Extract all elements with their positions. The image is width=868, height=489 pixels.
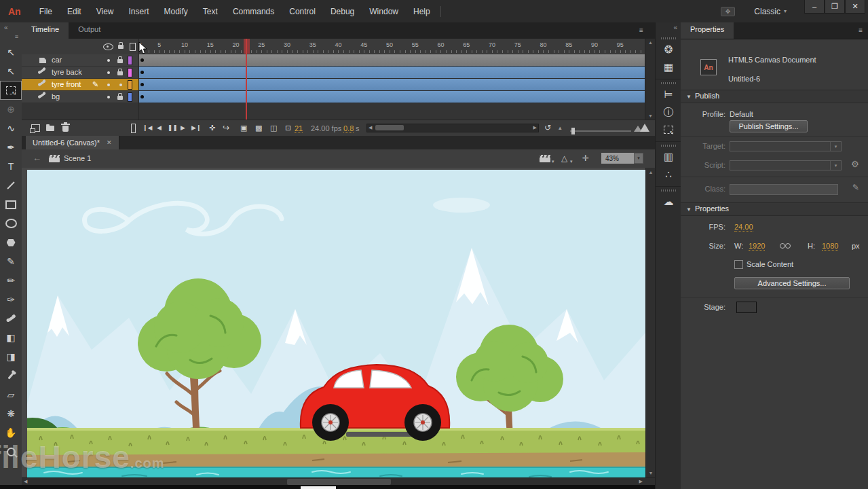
- layer-tyre-front[interactable]: tyre front✎: [22, 79, 138, 91]
- publish-section-header[interactable]: ▼Publish: [681, 90, 868, 103]
- zoom-level-field[interactable]: 43%: [601, 153, 638, 164]
- script-dropdown[interactable]: ▾: [730, 160, 842, 170]
- onion-skin-outlines-icon[interactable]: ▩: [255, 124, 262, 132]
- layer-visibility-dot[interactable]: [107, 59, 110, 62]
- scroll-down-icon[interactable]: ▼: [645, 113, 656, 118]
- timeline-panel-menu-icon[interactable]: ≡: [639, 26, 643, 34]
- frame-span-car[interactable]: [138, 54, 645, 67]
- menu-file[interactable]: File: [32, 7, 60, 16]
- minimize-button[interactable]: –: [804, 0, 825, 14]
- timeline-scroll-right-icon[interactable]: ▶: [533, 125, 537, 130]
- ink-bottle-tool[interactable]: ◨: [0, 347, 22, 366]
- dock-grip[interactable]: [661, 189, 676, 192]
- script-wrench-icon[interactable]: ⚙: [851, 159, 859, 169]
- stage-color-swatch[interactable]: [736, 302, 757, 313]
- oval-tool[interactable]: [0, 214, 22, 233]
- menu-debug[interactable]: Debug: [323, 7, 362, 16]
- layer-outline-color-swatch[interactable]: [128, 68, 132, 77]
- shorten-frames-icon[interactable]: ▴: [559, 124, 562, 131]
- eyedropper-tool[interactable]: [0, 366, 22, 385]
- dock-grip[interactable]: [661, 145, 676, 147]
- properties-panel-menu-icon[interactable]: ≡: [858, 26, 863, 34]
- elapsed-time-value[interactable]: 0.8: [343, 124, 354, 133]
- document-tab-close-icon[interactable]: ✕: [107, 139, 112, 146]
- timeline-ruler[interactable]: 15101520253035404550556065707580859095: [138, 39, 645, 55]
- dock-grip[interactable]: [661, 37, 676, 39]
- stage-viewport[interactable]: ▲ ▼: [22, 168, 655, 477]
- timeline-scroll-thumb[interactable]: [375, 125, 404, 130]
- loop-playback-icon[interactable]: ↪: [223, 123, 229, 132]
- frame-size-slider-thumb[interactable]: [571, 128, 575, 134]
- menu-insert[interactable]: Insert: [121, 7, 157, 16]
- script-caret-icon[interactable]: ▾: [830, 161, 841, 170]
- class-pencil-icon[interactable]: ✎: [852, 183, 859, 192]
- properties-section-header[interactable]: ▼Properties: [681, 202, 868, 216]
- pause-button[interactable]: ❚❚: [168, 124, 178, 131]
- new-folder-button[interactable]: [46, 126, 54, 131]
- menu-help[interactable]: Help: [406, 7, 438, 16]
- show-hide-all-layers-icon[interactable]: [103, 43, 113, 50]
- pen-tool[interactable]: ✒: [0, 138, 22, 157]
- align-panel-icon[interactable]: ⊨: [656, 86, 681, 103]
- go-to-last-frame-button[interactable]: ▶❙: [191, 124, 201, 131]
- timeline-vertical-scrollbar[interactable]: ▲ ▼: [645, 39, 656, 120]
- tools-panel-menu-icon[interactable]: ≡: [0, 33, 22, 43]
- paint-bucket-tool[interactable]: ◧: [0, 328, 22, 347]
- go-to-first-frame-button[interactable]: ❙◀: [143, 124, 152, 131]
- class-input[interactable]: [730, 184, 838, 195]
- layer-outline-color-swatch[interactable]: [128, 92, 132, 102]
- tools-collapse-icon[interactable]: «: [0, 22, 22, 33]
- publish-settings-button[interactable]: Publish Settings...: [730, 120, 808, 132]
- subselection-tool[interactable]: ↖: [0, 62, 22, 81]
- stage-scroll-up-icon[interactable]: ▲: [646, 170, 656, 175]
- creative-cloud-icon[interactable]: ☁: [656, 193, 681, 211]
- dock-grip[interactable]: [661, 82, 676, 84]
- close-button[interactable]: ✕: [845, 0, 865, 14]
- frame-size-slider-track[interactable]: [570, 130, 631, 132]
- tab-properties[interactable]: Properties: [681, 22, 734, 39]
- lasso-tool[interactable]: ∿: [0, 119, 22, 138]
- stage-canvas[interactable]: [27, 170, 645, 477]
- target-caret-icon[interactable]: ▾: [830, 142, 841, 151]
- layer-visibility-dot[interactable]: [107, 71, 110, 74]
- frame-span-tyre-back[interactable]: [138, 67, 645, 79]
- frame-span-tyre-front[interactable]: [138, 79, 645, 91]
- layer-lock-icon[interactable]: [117, 96, 123, 100]
- timeline-scroll-left-icon[interactable]: ◀: [369, 125, 372, 130]
- layer-lock-dot[interactable]: [119, 84, 122, 86]
- stage-scroll-down-icon[interactable]: ▼: [646, 471, 656, 475]
- library-panel-icon[interactable]: ▥: [656, 148, 681, 166]
- outline-all-layers-icon[interactable]: [130, 43, 136, 51]
- document-name-value[interactable]: Untitled-6: [728, 75, 760, 83]
- scale-content-checkbox[interactable]: [734, 260, 743, 269]
- dock-collapse-icon[interactable]: «: [656, 22, 681, 35]
- transform-panel-icon[interactable]: [656, 121, 681, 139]
- tab-timeline[interactable]: Timeline: [22, 22, 69, 39]
- stage-scroll-left-icon[interactable]: ◀: [24, 479, 27, 484]
- onion-skin-icon[interactable]: ▣: [240, 124, 247, 132]
- color-panel-icon[interactable]: ❂: [656, 41, 681, 58]
- link-dimensions-icon[interactable]: [780, 243, 790, 249]
- layer-lock-icon[interactable]: [117, 71, 123, 75]
- layer-car[interactable]: car: [22, 54, 138, 67]
- layer-visibility-dot[interactable]: [107, 96, 110, 98]
- menu-commands[interactable]: Commands: [225, 7, 282, 16]
- frame-rate-value[interactable]: 24.00 fps: [311, 124, 341, 132]
- playhead-line[interactable]: [246, 39, 247, 120]
- menu-edit[interactable]: Edit: [60, 7, 89, 16]
- restore-button[interactable]: ❐: [825, 0, 845, 14]
- frame-span-bg[interactable]: [138, 91, 645, 103]
- target-dropdown[interactable]: ▾: [730, 141, 842, 151]
- layer-visibility-dot[interactable]: [107, 84, 110, 86]
- free-transform-tool[interactable]: [0, 81, 22, 100]
- stage-scroll-thumb[interactable]: [287, 479, 391, 485]
- menu-text[interactable]: Text: [195, 7, 225, 16]
- center-playhead-icon[interactable]: ✜: [209, 124, 215, 132]
- center-stage-icon[interactable]: ✛: [582, 153, 589, 163]
- eraser-tool[interactable]: ▱: [0, 385, 22, 404]
- pencil-tool[interactable]: ✎: [0, 252, 22, 271]
- step-forward-button[interactable]: ▶: [181, 124, 185, 131]
- workspace-caret-icon[interactable]: ▾: [784, 8, 787, 14]
- selection-tool[interactable]: ↖: [0, 43, 22, 62]
- info-panel-icon[interactable]: ⓘ: [656, 103, 681, 121]
